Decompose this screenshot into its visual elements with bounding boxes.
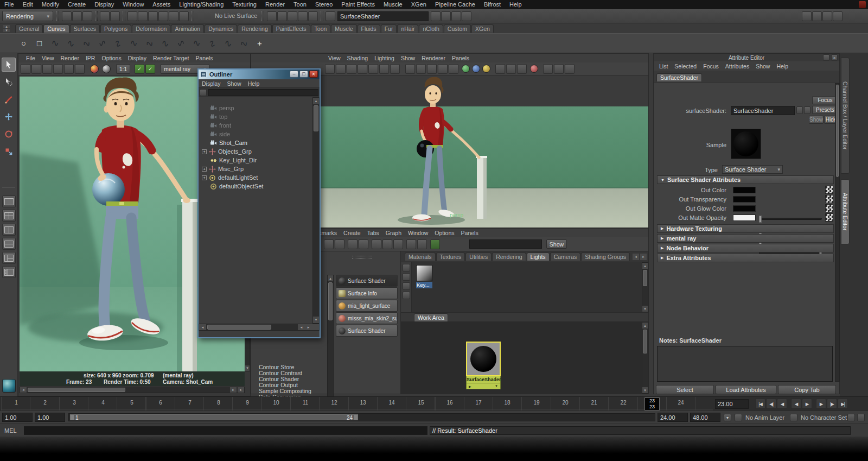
create-node-misss-skin[interactable]: misss_mia_skin2_su... (336, 312, 398, 324)
create-node-surface-shader[interactable]: Surface Shader (336, 275, 398, 287)
ae-focus-button[interactable]: Focus (812, 96, 838, 104)
viewport-camera-attributes-icon[interactable] (347, 64, 356, 74)
persp-menu-view[interactable]: View (325, 55, 344, 61)
play-backwards-button[interactable]: ◀ (791, 399, 801, 409)
scrollbar-thumb[interactable] (643, 330, 647, 353)
shelf-item-nurbs-circle[interactable]: ○ (16, 36, 31, 51)
viewport-image-plane-icon[interactable] (368, 64, 378, 74)
select-by-component-icon[interactable] (148, 11, 158, 21)
scroll-left-icon[interactable]: ◂ (199, 324, 206, 330)
ae-out-transparency-swatch[interactable] (733, 196, 756, 203)
hypershade-search-field[interactable] (469, 239, 542, 249)
shelf-next-arrow-icon[interactable]: ▾ (3, 29, 10, 32)
scroll-down-icon[interactable]: ▾ (642, 306, 648, 312)
render-globe-icon[interactable] (90, 65, 99, 73)
shelf-item-pencil-curve[interactable]: ∿ (95, 36, 110, 51)
outliner-item-default-object-set[interactable]: defaultObjectSet (199, 182, 312, 191)
menu-render[interactable]: Render (261, 0, 289, 9)
hypershade-previous-graph-icon[interactable] (324, 239, 334, 249)
make-live-icon[interactable] (308, 11, 318, 21)
menu-paint-effects[interactable]: Paint Effects (337, 0, 379, 9)
quick-input-field[interactable]: SurfaceShader (337, 11, 429, 21)
resize-grip-icon[interactable] (312, 324, 319, 330)
outliner-vertical-scrollbar[interactable]: ▴ ▾ (312, 97, 320, 324)
go-to-start-button[interactable]: |◀ (755, 399, 765, 409)
renderview-menu-display[interactable]: Display (125, 55, 150, 61)
menu-lighting-shading[interactable]: Lighting/Shading (175, 0, 228, 9)
persp-menu-show[interactable]: Show (398, 55, 418, 61)
shelf-tab-ncloth[interactable]: nCloth (419, 24, 443, 33)
range-slider-active-range[interactable]: 1 24 (70, 414, 358, 420)
outliner-filter-icon[interactable] (200, 89, 207, 96)
snap-plane-icon[interactable] (298, 11, 308, 21)
maya-logo-icon[interactable] (2, 379, 16, 393)
shelf-item-nurbs-square[interactable]: □ (32, 36, 47, 51)
renderview-menu-view[interactable]: View (39, 55, 58, 61)
ae-out-glow-color-swatch[interactable] (733, 205, 756, 212)
expand-icon[interactable]: + (202, 149, 207, 154)
render-settings-icon[interactable] (462, 11, 471, 21)
shader-node-swatch[interactable] (466, 342, 501, 376)
viewport-camera-select-icon[interactable] (325, 64, 335, 74)
shelf-item-arc-3point[interactable]: ∿ (107, 33, 129, 54)
ae-section-hardware-texturing[interactable]: ▶ Hardware Texturing (657, 224, 834, 233)
menu-file[interactable]: File (0, 0, 18, 9)
ipr-render-icon[interactable] (451, 11, 461, 21)
shelf-tab-custom[interactable]: Custom (444, 24, 471, 33)
menu-set-selector[interactable]: Rendering ▾ (2, 11, 53, 21)
shelf-tab-fluids[interactable]: Fluids (358, 24, 380, 33)
renderview-menu-render-target[interactable]: Render Target (150, 55, 192, 61)
step-back-key-button[interactable]: ◀ (777, 399, 787, 409)
current-time-field[interactable]: 23.00 (715, 399, 749, 409)
layout-three-pane-button[interactable] (2, 252, 16, 264)
snap-point-icon[interactable] (288, 11, 297, 21)
renderview-menu-ipr[interactable]: IPR (82, 55, 99, 61)
snap-grid-icon[interactable] (267, 11, 277, 21)
shelf-item-insert-knot[interactable]: + (252, 36, 267, 51)
menu-xgen[interactable]: XGen (407, 0, 431, 9)
scrollbar-thumb[interactable] (643, 270, 647, 286)
hypershade-tab-utilities[interactable]: Utilities (465, 252, 492, 261)
snap-curve-icon[interactable] (277, 11, 287, 21)
node-expand-icon[interactable]: ▶ (469, 384, 471, 388)
expand-icon[interactable]: + (202, 175, 207, 180)
hypershade-tab-shading-groups[interactable]: Shading Groups (581, 252, 630, 261)
outliner-horizontal-scrollbar[interactable]: ◂ ◂ ▸ (199, 324, 320, 331)
slider-handle[interactable] (759, 216, 762, 223)
menu-texturing[interactable]: Texturing (228, 0, 261, 9)
swatch-small-icon[interactable] (403, 273, 410, 281)
viewport-lock-camera-icon[interactable] (336, 64, 346, 74)
layout-four-pane-button[interactable] (2, 210, 16, 222)
renderview-menu-panels[interactable]: Panels (192, 55, 216, 61)
refresh-ipr-icon[interactable] (75, 64, 85, 74)
scroll-right-icon[interactable]: ▸ (230, 387, 237, 393)
create-node-surface-info[interactable]: Surface Info (336, 287, 398, 299)
go-to-end-button[interactable]: ▶| (838, 399, 848, 409)
menu-stereo[interactable]: Stereo (311, 0, 337, 9)
renderview-menu-file[interactable]: File (23, 55, 39, 61)
menu-help[interactable]: Help (505, 0, 526, 9)
viewport-dof-sphere-icon[interactable] (482, 65, 490, 73)
statusline-grip[interactable] (123, 11, 125, 21)
workarea-scrollbar[interactable]: ▴ ▾ (642, 322, 648, 394)
outliner-titlebar[interactable]: Outliner – □ × (199, 70, 320, 79)
anim-layer-label[interactable]: No Anim Layer (745, 414, 784, 421)
workarea-tab[interactable]: Work Area (414, 313, 448, 321)
step-forward-frame-button[interactable]: |▶ (827, 399, 837, 409)
statusline-grip[interactable] (261, 11, 264, 21)
ae-copy-tab-button[interactable]: Copy Tab (778, 385, 836, 394)
outliner-item-objects-grp[interactable]: + Objects_Grp (199, 147, 312, 156)
statusline-grip[interactable] (321, 11, 323, 21)
viewport-ao-sphere-icon[interactable] (462, 65, 470, 73)
hypershade-filter-icon[interactable] (430, 239, 440, 249)
shelf-tab-xgen[interactable]: XGen (471, 24, 494, 33)
swatch-area-scrollbar[interactable]: ▴ ▾ (642, 262, 648, 312)
shelf-tab-surfaces[interactable]: Surfaces (70, 24, 100, 33)
ipr-render-button-icon[interactable] (53, 64, 63, 74)
tab-scroll-left-icon[interactable]: ◂ (633, 254, 639, 260)
new-scene-icon[interactable] (62, 11, 72, 21)
auto-keyframe-icon[interactable] (847, 414, 855, 421)
sidebar-tab-attribute-editor[interactable]: Attribute Editor (841, 179, 850, 244)
swatch-list-icon[interactable] (403, 292, 410, 299)
display-alpha-channel-icon[interactable]: ✓ (145, 64, 155, 74)
